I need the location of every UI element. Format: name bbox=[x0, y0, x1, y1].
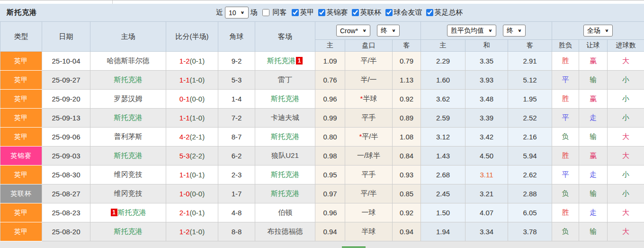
avg-away-cell: 2.62 bbox=[508, 165, 552, 184]
match-count-select[interactable]: 10 ∨ bbox=[225, 7, 249, 18]
handicap-cell: 一球 bbox=[345, 203, 393, 222]
team-name[interactable]: 斯托克港 bbox=[267, 56, 295, 64]
avg-state-value: 终 bbox=[507, 27, 513, 35]
avg-away-cell: 2.91 bbox=[508, 52, 552, 71]
goals-result-cell: 大 bbox=[608, 147, 644, 165]
team-name[interactable]: 斯托克港 bbox=[271, 132, 299, 140]
avg-away-cell: 6.05 bbox=[508, 203, 552, 222]
score-cell: 2-1(0-1) bbox=[166, 203, 218, 222]
handicap-cell: 一/球半 bbox=[345, 147, 393, 165]
handicap-result-cell: 赢 bbox=[579, 52, 608, 71]
col-header-corners: 角球 bbox=[218, 22, 255, 52]
team-name[interactable]: 哈德斯菲尔德 bbox=[107, 56, 150, 64]
score-cell: 1-2(1-0) bbox=[166, 222, 218, 241]
team-name[interactable]: 斯托克港 bbox=[114, 151, 143, 159]
team-name[interactable]: 伯顿 bbox=[278, 208, 292, 216]
avg-state-select[interactable]: 终 ∨ bbox=[503, 25, 526, 37]
halftime-score: (1-0) bbox=[190, 228, 205, 236]
table-row: 英甲25-09-06普利茅斯4-2(2-1)8-7斯托克港0.80*平/半1.0… bbox=[0, 128, 644, 147]
avg-away-cell: 2.88 bbox=[508, 184, 552, 203]
result-cell: 胜 bbox=[552, 147, 579, 165]
league-badge: 英甲 bbox=[0, 222, 42, 241]
team-name[interactable]: 斯托克港 bbox=[271, 170, 299, 178]
handicap-text: 一球 bbox=[362, 208, 376, 216]
halftime-score: (0-1) bbox=[190, 171, 205, 179]
league-checkbox-label[interactable]: 英甲 bbox=[300, 8, 314, 17]
scope-group-header: 全场 ∨ bbox=[552, 22, 644, 40]
odds-company-select[interactable]: Crow* ∨ bbox=[336, 25, 370, 37]
team-name[interactable]: 斯托克港 bbox=[271, 189, 299, 197]
team-name[interactable]: 维冈竞技 bbox=[114, 189, 143, 197]
away-team-cell: 斯托克港 bbox=[255, 90, 315, 109]
league-checkbox-4[interactable] bbox=[385, 9, 393, 16]
score-cell: 1-0(0-0) bbox=[166, 184, 218, 203]
odds-state-select[interactable]: 终 ∨ bbox=[377, 25, 400, 37]
handicap-text: 平/半 bbox=[360, 189, 376, 197]
team-name[interactable]: 斯托克港 bbox=[114, 227, 143, 235]
halftime-score: (2-2) bbox=[190, 152, 205, 160]
goals-result-cell: 小 bbox=[608, 109, 644, 128]
red-badge-1: 1 bbox=[111, 209, 117, 216]
odds-away-cell: 1.13 bbox=[393, 71, 421, 90]
team-name[interactable]: 布拉德福德 bbox=[268, 227, 303, 235]
table-row: 英甲25-10-04哈德斯菲尔德1-2(0-1)9-2斯托克港11.09平/半0… bbox=[0, 52, 644, 71]
league-checkbox-2[interactable] bbox=[318, 9, 325, 16]
team-name[interactable]: 维冈竞技 bbox=[114, 170, 143, 178]
corners-cell: 9-2 bbox=[218, 52, 255, 71]
league-checkbox-5[interactable] bbox=[426, 9, 433, 16]
odds-away-cell: 0.92 bbox=[393, 90, 421, 109]
table-row: 英甲25-08-30维冈竞技1-1(0-1)2-3斯托克港0.95平手0.932… bbox=[0, 165, 644, 184]
corners-cell: 1-7 bbox=[218, 184, 255, 203]
table-row: 英甲25-09-20罗瑟汉姆0-1(0-0)1-4斯托克港0.96*半球0.92… bbox=[0, 90, 644, 109]
league-checkbox-label[interactable]: 英锦赛 bbox=[327, 8, 348, 17]
league-type-cell: 英甲 bbox=[0, 203, 42, 222]
team-name[interactable]: 罗瑟汉姆 bbox=[114, 94, 143, 102]
avg-type-select[interactable]: 胜平负均值 ∨ bbox=[447, 25, 496, 37]
league-checkbox-label[interactable]: 球会友谊 bbox=[394, 8, 422, 17]
league-type-cell: 英联杯 bbox=[0, 184, 42, 203]
table-row: 英甲25-09-27斯托克港1-1(1-0)5-3雷丁0.76半/一1.131.… bbox=[0, 71, 644, 90]
avg-draw-cell: 3.39 bbox=[465, 109, 508, 128]
away-team-cell: 伯顿 bbox=[255, 203, 315, 222]
team-name[interactable]: 普利茅斯 bbox=[114, 132, 143, 140]
team-name[interactable]: 斯托克港 bbox=[114, 75, 143, 83]
team-name[interactable]: 斯托克港 bbox=[271, 94, 299, 102]
league-checkbox-label[interactable]: 英联杯 bbox=[360, 8, 382, 17]
page-title: 斯托克港 bbox=[7, 8, 37, 17]
date-cell: 25-09-06 bbox=[42, 128, 90, 147]
league-checkbox-1[interactable] bbox=[292, 9, 299, 16]
team-name[interactable]: 雷丁 bbox=[278, 75, 292, 83]
odds-company-value: Crow* bbox=[340, 27, 358, 35]
odds-home-cell: 0.95 bbox=[315, 165, 345, 184]
handicap-result-cell: 输 bbox=[579, 222, 608, 241]
avg-draw-cell: 3.42 bbox=[465, 128, 508, 147]
date-cell: 25-09-03 bbox=[42, 147, 90, 165]
league-badge: 英甲 bbox=[0, 109, 42, 127]
team-name[interactable]: 狼队U21 bbox=[271, 151, 299, 159]
team-name[interactable]: 卡迪夫城 bbox=[271, 113, 299, 121]
same-away-label[interactable]: 同客 bbox=[273, 8, 287, 17]
fulltime-score: 2-1 bbox=[179, 209, 190, 217]
handicap-text: 平/半 bbox=[362, 132, 378, 140]
league-badge: 英甲 bbox=[0, 203, 42, 222]
league-checkbox-3[interactable] bbox=[352, 9, 359, 16]
avg-group-header: 胜平负均值 ∨ 终 ∨ bbox=[421, 22, 552, 40]
same-away-checkbox[interactable] bbox=[262, 9, 269, 16]
sub-header-avg-home: 主 bbox=[421, 40, 465, 52]
chevron-down-icon: ∨ bbox=[392, 28, 396, 33]
home-team-cell: 斯托克港 bbox=[90, 147, 166, 165]
fulltime-score: 1-2 bbox=[179, 228, 190, 236]
title-bar: 斯托克港 近 10 ∨ 场 同客 英甲英锦赛英联杯球会友谊英足总杯 bbox=[0, 4, 644, 21]
team-name[interactable]: 斯托克港 bbox=[114, 113, 143, 121]
result-cell: 胜 bbox=[552, 203, 579, 222]
odds-home-cell: 0.96 bbox=[315, 90, 345, 109]
team-name[interactable]: 斯托克港 bbox=[118, 208, 146, 216]
league-filter-item: 球会友谊 bbox=[383, 8, 422, 17]
league-badge: 英甲 bbox=[0, 52, 42, 70]
sub-header-handicap: 盘口 bbox=[345, 40, 393, 52]
sub-header-goals: 进球数 bbox=[608, 40, 644, 52]
near-label: 近 bbox=[216, 8, 223, 17]
odds-away-cell: 0.85 bbox=[393, 184, 421, 203]
league-checkbox-label[interactable]: 英足总杯 bbox=[435, 8, 463, 17]
scope-select[interactable]: 全场 ∨ bbox=[583, 25, 613, 37]
